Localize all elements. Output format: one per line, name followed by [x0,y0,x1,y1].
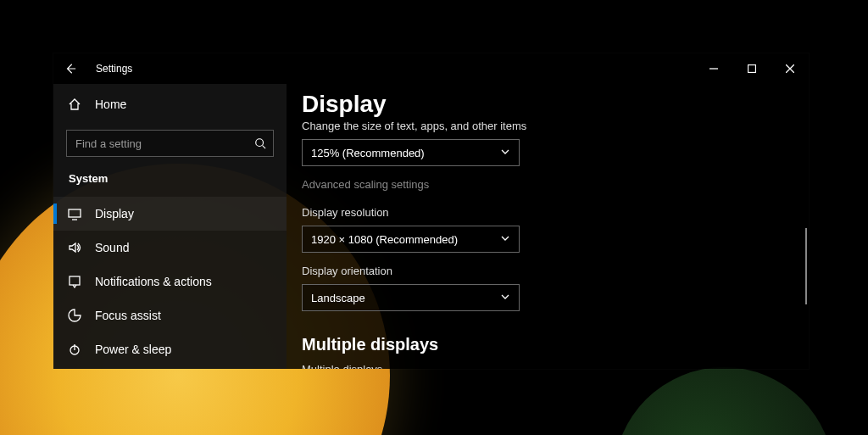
maximize-icon [748,64,756,73]
orientation-label: Display orientation [302,265,809,277]
advanced-scaling-link[interactable]: Advanced scaling settings [302,178,809,191]
focus-assist-icon [66,309,83,322]
search-input-container[interactable] [66,130,274,157]
scale-value: 125% (Recommended) [311,147,425,159]
scrollbar[interactable] [805,228,807,304]
desktop-background: Settings Home [0,0,868,435]
svg-rect-2 [69,209,81,217]
svg-rect-3 [70,276,80,285]
settings-window: Settings Home [53,53,809,369]
power-icon [66,343,83,356]
minimize-icon [709,64,718,73]
sidebar-item-label: Display [95,207,134,220]
sidebar-item-label: Focus assist [95,309,161,322]
wallpaper-leaf [614,367,834,435]
svg-point-1 [256,139,264,147]
sidebar-item-sound[interactable]: Sound [53,231,287,265]
scale-dropdown[interactable]: 125% (Recommended) [302,139,520,166]
titlebar: Settings [53,53,809,84]
sound-icon [66,241,83,254]
sidebar-item-power-sleep[interactable]: Power & sleep [53,332,287,366]
multi-label: Multiple displays [302,363,809,369]
resolution-label: Display resolution [302,206,809,219]
multiple-displays-header: Multiple displays [302,335,809,354]
sidebar-item-label: Notifications & actions [95,275,212,288]
window-controls [694,53,809,84]
home-nav[interactable]: Home [53,87,287,121]
sidebar-item-notifications[interactable]: Notifications & actions [53,265,287,298]
chevron-down-icon [500,233,510,246]
sidebar-item-focus-assist[interactable]: Focus assist [53,298,287,332]
chevron-down-icon [500,292,510,304]
resolution-dropdown[interactable]: 1920 × 1080 (Recommended) [302,226,520,253]
orientation-dropdown[interactable]: Landscape [302,284,520,311]
sidebar-item-label: Power & sleep [95,343,171,356]
back-button[interactable] [53,53,87,84]
close-button[interactable] [771,53,809,84]
chevron-down-icon [500,147,510,159]
page-title: Display [302,91,809,118]
minimize-button[interactable] [694,53,732,84]
window-body: Home System Display [53,84,809,369]
notifications-icon [66,275,83,288]
home-icon [66,98,83,111]
search-icon [254,137,266,149]
content-pane: Display Change the size of text, apps, a… [287,84,809,369]
close-icon [786,64,794,73]
sidebar-item-label: Sound [95,241,129,254]
sidebar: Home System Display [53,84,287,369]
sidebar-item-display[interactable]: Display [53,197,287,231]
arrow-left-icon [64,63,76,75]
window-title: Settings [96,63,132,75]
maximize-button[interactable] [732,53,771,84]
display-icon [66,207,83,220]
svg-rect-0 [748,65,755,73]
orientation-value: Landscape [311,292,365,304]
resolution-value: 1920 × 1080 (Recommended) [311,233,458,246]
category-header: System [69,172,287,185]
home-label: Home [95,98,126,111]
search-input[interactable] [74,137,254,151]
scale-label: Change the size of text, apps, and other… [302,120,809,132]
